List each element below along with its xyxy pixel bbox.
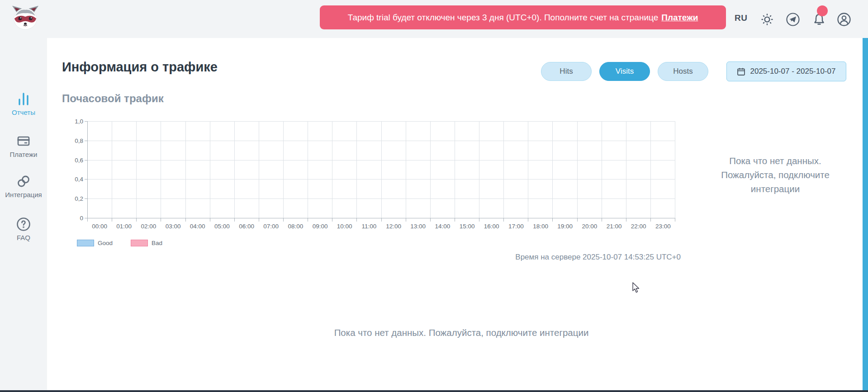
grid-cell bbox=[137, 141, 161, 160]
grid-cell bbox=[528, 121, 553, 141]
grid-cell bbox=[431, 160, 455, 179]
grid-cell bbox=[357, 141, 381, 160]
y-axis-label: 0,2 bbox=[75, 195, 83, 202]
grid-cell bbox=[553, 179, 577, 198]
scrollbar[interactable] bbox=[863, 38, 868, 390]
x-axis-label: 05:00 bbox=[210, 223, 234, 230]
grid-cell bbox=[626, 121, 651, 141]
question-icon bbox=[16, 217, 31, 232]
grid-cell bbox=[528, 141, 553, 160]
date-range-value: 2025-10-07 - 2025-10-07 bbox=[750, 67, 835, 76]
x-axis-tick bbox=[578, 218, 602, 222]
telegram-icon[interactable] bbox=[785, 11, 801, 28]
grid-cell bbox=[455, 179, 479, 198]
x-axis-tick bbox=[284, 218, 308, 222]
grid-cell bbox=[504, 160, 528, 179]
grid-cell bbox=[357, 198, 381, 218]
grid-cell bbox=[332, 160, 357, 179]
grid-cell bbox=[210, 179, 235, 198]
y-axis-label: 0,8 bbox=[75, 137, 83, 144]
logo-raccoon-icon[interactable] bbox=[11, 4, 39, 30]
grid-cell bbox=[259, 121, 284, 141]
x-axis-label: 04:00 bbox=[185, 223, 210, 230]
grid-cell bbox=[88, 141, 112, 160]
grid-cell bbox=[382, 121, 406, 141]
legend-item-good[interactable]: Good bbox=[77, 240, 113, 246]
language-selector[interactable]: RU bbox=[735, 13, 747, 23]
grid-cell bbox=[406, 198, 431, 218]
grid-cell bbox=[210, 141, 235, 160]
grid-cell bbox=[626, 160, 651, 179]
hourly-traffic-chart: 1,00,80,60,40,20 00:0001:0002:0003:0004:… bbox=[87, 121, 675, 218]
grid-cell bbox=[504, 121, 528, 141]
x-axis-tick bbox=[210, 218, 235, 222]
grid-cell bbox=[137, 179, 161, 198]
tab-hosts[interactable]: Hosts bbox=[658, 62, 708, 81]
theme-sun-icon[interactable] bbox=[759, 11, 775, 28]
x-axis-tick bbox=[602, 218, 626, 222]
grid-cell bbox=[259, 160, 284, 179]
x-axis-tick bbox=[332, 218, 357, 222]
legend-label: Good bbox=[98, 240, 113, 246]
grid-cell bbox=[626, 198, 651, 218]
x-axis-label: 21:00 bbox=[602, 223, 626, 230]
grid-cell bbox=[382, 160, 406, 179]
x-axis-tick bbox=[308, 218, 332, 222]
tab-hits[interactable]: Hits bbox=[541, 62, 592, 81]
x-axis-tick bbox=[626, 218, 651, 222]
grid-cell bbox=[332, 121, 357, 141]
x-axis-tick bbox=[651, 218, 675, 222]
x-axis-label: 06:00 bbox=[234, 223, 259, 230]
grid-cell bbox=[308, 141, 332, 160]
sidebar-item-faq[interactable]: FAQ bbox=[0, 217, 47, 241]
grid-cell bbox=[357, 160, 381, 179]
grid-cell bbox=[651, 160, 675, 179]
x-axis-tick bbox=[431, 218, 455, 222]
profile-icon[interactable] bbox=[836, 11, 852, 28]
grid-cell bbox=[382, 141, 406, 160]
sidebar-item-integration[interactable]: Интеграция bbox=[0, 174, 47, 198]
legend-item-bad[interactable]: Bad bbox=[131, 240, 162, 246]
grid-cell bbox=[259, 141, 284, 160]
grid-cell bbox=[112, 121, 137, 141]
grid-cell bbox=[137, 160, 161, 179]
date-range-picker[interactable]: 2025-10-07 - 2025-10-07 bbox=[726, 61, 846, 81]
grid-cell bbox=[382, 179, 406, 198]
empty-state-bottom: Пока что нет данных. Пожалуйста, подключ… bbox=[61, 327, 862, 338]
chart-plot: 1,00,80,60,40,20 bbox=[87, 121, 675, 218]
grid-cell bbox=[602, 121, 626, 141]
grid-cell bbox=[284, 198, 308, 218]
x-axis-label: 20:00 bbox=[577, 223, 602, 230]
tab-visits[interactable]: Visits bbox=[599, 62, 650, 81]
grid-cell bbox=[161, 121, 185, 141]
server-time: Время на сервере 2025-10-07 14:53:25 UTC… bbox=[87, 253, 681, 262]
x-axis-tick bbox=[455, 218, 479, 222]
x-axis-tick bbox=[88, 218, 112, 222]
grid-cell bbox=[479, 160, 504, 179]
x-axis-label: 12:00 bbox=[381, 223, 406, 230]
sidebar-item-payments[interactable]: Платежи bbox=[0, 133, 47, 158]
grid-cell bbox=[112, 141, 137, 160]
header: Тариф trial будет отключен через 3 дня (… bbox=[0, 0, 868, 38]
grid-cell bbox=[161, 141, 185, 160]
sidebar-item-reports[interactable]: Отчеты bbox=[0, 91, 47, 116]
x-axis-label: 19:00 bbox=[553, 223, 577, 230]
banner-payments-link[interactable]: Платежи bbox=[661, 13, 698, 23]
grid-cell bbox=[406, 160, 431, 179]
x-axis-label: 15:00 bbox=[455, 223, 479, 230]
grid-cell bbox=[455, 141, 479, 160]
grid-cell bbox=[235, 160, 259, 179]
grid-cell bbox=[357, 121, 381, 141]
grid-cell bbox=[161, 198, 185, 218]
traffic-metric-tabs: Hits Visits Hosts bbox=[541, 62, 708, 81]
grid-cell bbox=[626, 141, 651, 160]
grid-cell bbox=[186, 121, 210, 141]
grid-cell bbox=[88, 160, 112, 179]
grid-cell bbox=[382, 198, 406, 218]
x-axis-label: 11:00 bbox=[357, 223, 381, 230]
grid-cell bbox=[308, 198, 332, 218]
x-axis-label: 22:00 bbox=[626, 223, 651, 230]
y-axis-tick bbox=[85, 198, 88, 199]
grid-cell bbox=[651, 141, 675, 160]
grid-cell bbox=[479, 141, 504, 160]
